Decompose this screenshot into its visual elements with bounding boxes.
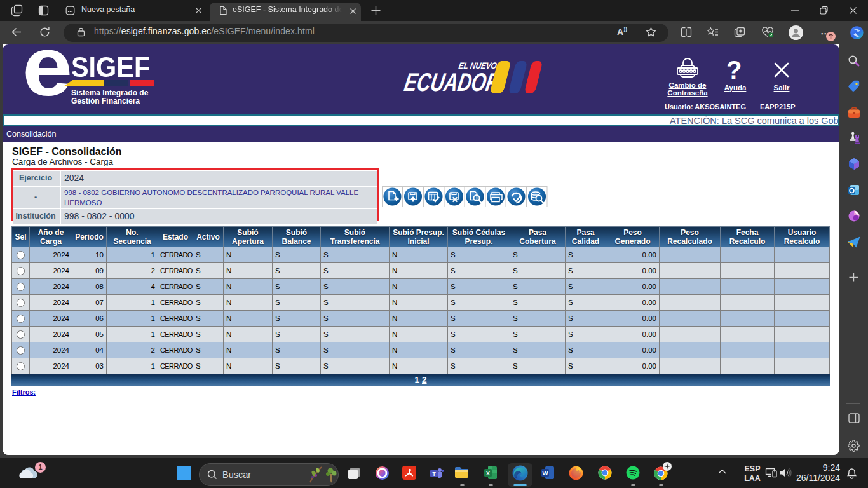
svg-text:T: T <box>432 471 436 477</box>
svg-text:W: W <box>543 470 548 477</box>
svg-text:X: X <box>486 470 491 477</box>
